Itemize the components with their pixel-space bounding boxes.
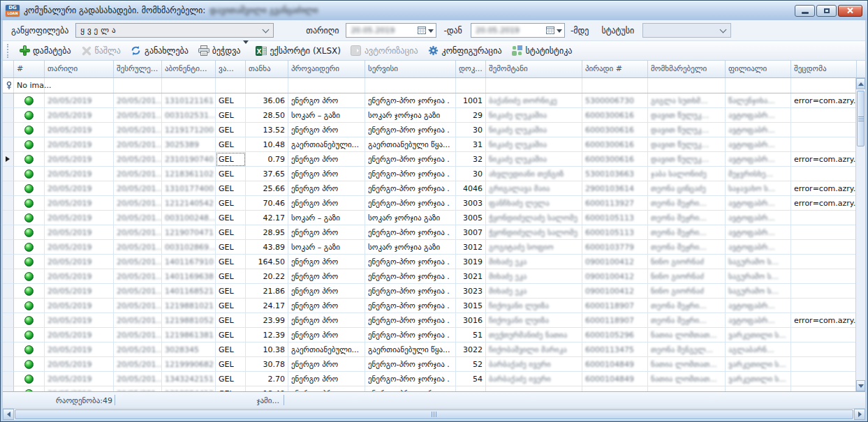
column-header-personal[interactable]: პირადი # <box>582 61 648 77</box>
cell-amount[interactable]: 30.78 <box>246 357 288 372</box>
cell-branch[interactable]: ვარკეთილი ს... <box>726 328 791 342</box>
export-xlsx-button[interactable]: X ექსპორტი (XLSX) <box>251 43 346 59</box>
cell-submitter[interactable]: მიხაძე ეკა <box>486 255 582 269</box>
cell-provider[interactable]: ენერგო პრო <box>288 181 365 196</box>
cell-doc[interactable]: 32 <box>456 152 486 167</box>
filter-cell-amount[interactable] <box>246 78 288 93</box>
configuration-button[interactable]: კონფიგურაცია <box>423 43 507 59</box>
cell-provider[interactable]: ენერგო პრო <box>288 284 365 299</box>
cell-account[interactable]: 1401167910 <box>162 255 216 269</box>
cell-status[interactable] <box>14 284 45 299</box>
table-row[interactable]: 20/05/201920/05/201...1218361102GEL37.65… <box>3 167 855 181</box>
cell-date[interactable]: 20/05/2019 <box>45 123 114 137</box>
cell-doc[interactable]: 31 <box>456 137 486 152</box>
cell-status[interactable] <box>14 93 45 108</box>
cell-doc[interactable]: 3016 <box>456 313 486 328</box>
cell-status[interactable] <box>14 137 45 152</box>
cell-error[interactable] <box>791 255 855 269</box>
cell-branch[interactable]: საგურამო ს... <box>726 255 791 269</box>
cell-submitter[interactable]: ჭყონდიძელაძე სალომე <box>486 211 582 225</box>
cell-status[interactable] <box>14 196 45 211</box>
cell-exec[interactable]: 20/05/201... <box>114 357 162 372</box>
cell-user[interactable]: ნათია ლომთათ... <box>648 372 726 386</box>
cell-provider[interactable]: ენერგო პრო <box>288 313 365 328</box>
cell-submitter[interactable]: ბაქანიძე თორნიკე <box>486 93 582 108</box>
cell-branch[interactable]: ავტოფაბრ... <box>726 313 791 328</box>
cell-currency[interactable]: GEL <box>216 123 246 137</box>
cell-account[interactable]: 3025389 <box>162 137 216 152</box>
cell-submitter[interactable]: მიხაძე ეკა <box>486 284 582 299</box>
cell-exec[interactable]: 20/05/201... <box>114 152 162 167</box>
cell-doc[interactable]: 3019 <box>456 255 486 269</box>
table-row[interactable]: 20/05/201920/05/201...1310177400GEL25.66… <box>3 181 855 196</box>
cell-date[interactable]: 20/05/2019 <box>45 108 114 123</box>
cell-date[interactable]: 20/05/2019 <box>45 211 114 225</box>
cell-doc[interactable]: 4046 <box>456 181 486 196</box>
cell-user[interactable]: ნათია ლომთათ... <box>648 357 726 372</box>
cell-submitter[interactable]: ბარბაქაძე ივერი <box>486 372 582 386</box>
cell-status[interactable] <box>14 108 45 123</box>
cell-error[interactable] <box>791 284 855 299</box>
cell-amount[interactable]: 28.95 <box>246 225 288 240</box>
cell-account[interactable]: 003102531... <box>162 108 216 123</box>
cell-exec[interactable]: 20/05/201... <box>114 181 162 196</box>
cell-service[interactable]: ენერგო-პრო ჯორჯია . <box>365 93 456 108</box>
cell-currency[interactable]: GEL <box>216 108 246 123</box>
column-header-amount[interactable]: თანხა <box>246 61 288 77</box>
cell-exec[interactable]: 20/05/201... <box>114 240 162 255</box>
cell-exec[interactable]: 20/05/201... <box>114 108 162 123</box>
cell-user[interactable]: დავით წულუკ... <box>648 108 726 123</box>
cell-status[interactable] <box>14 225 45 240</box>
cell-exec[interactable]: 20/05/201... <box>114 372 162 386</box>
cell-branch[interactable]: მეჯვრისხე... <box>726 167 791 181</box>
cell-status[interactable] <box>14 386 45 391</box>
cell-submitter[interactable]: ფანჩხაძე ლელა <box>486 196 582 211</box>
minimize-button[interactable] <box>795 5 815 17</box>
cell-submitter[interactable]: ჩიქობაშვილი მარიკა <box>486 342 582 357</box>
cell-status[interactable] <box>14 255 45 269</box>
cell-currency[interactable]: GEL <box>216 240 246 255</box>
cell-personal[interactable]: 6000113475 <box>582 342 648 357</box>
cell-doc[interactable]: 3005 <box>456 211 486 225</box>
cell-amount[interactable]: 2.70 <box>246 372 288 386</box>
cell-service[interactable]: ენერგო-პრო ჯორჯია . <box>365 123 456 137</box>
cell-personal[interactable]: 5300006730 <box>582 93 648 108</box>
cell-submitter[interactable]: ნიკაძე ლუკაშია <box>486 137 582 152</box>
cell-account[interactable]: 1219881021 <box>162 299 216 313</box>
cell-currency[interactable]: GEL <box>216 255 246 269</box>
table-row[interactable]: 20/05/201920/05/201...003102869...GEL43.… <box>3 240 855 255</box>
filter-cell-personal[interactable] <box>582 78 648 93</box>
cell-error[interactable] <box>791 328 855 342</box>
cell-error[interactable] <box>791 372 855 386</box>
cell-doc[interactable]: 29 <box>456 108 486 123</box>
column-header-doc[interactable]: დოკ... <box>456 61 486 77</box>
cell-branch[interactable]: ავტოფაბრ... <box>726 137 791 152</box>
scroll-left-button[interactable] <box>3 409 14 420</box>
table-row[interactable]: 20/05/201920/05/201...3025389GEL10.48გაე… <box>3 137 855 152</box>
cell-submitter[interactable]: ნიკაძე ლუკაშია <box>486 123 582 137</box>
column-header-submitter[interactable]: შემომტანი <box>486 61 582 77</box>
cell-date[interactable]: 20/05/2019 <box>45 181 114 196</box>
status-select[interactable] <box>642 23 731 38</box>
cell-date[interactable]: 20/05/2019 <box>45 386 114 391</box>
authorize-button[interactable]: ავტორიზაცია <box>346 43 423 59</box>
cell-date[interactable]: 20/05/2019 <box>45 269 114 284</box>
cell-error[interactable]: error=com.azry.e <box>791 196 855 211</box>
column-header-service[interactable]: სერვისი <box>365 61 456 77</box>
cell-user[interactable]: ნათია ლომთათ... <box>648 328 726 342</box>
cell-currency[interactable]: GEL <box>216 342 246 357</box>
table-row[interactable]: 20/05/201920/05/201...1401168521GEL21.86… <box>3 284 855 299</box>
cell-status[interactable] <box>14 328 45 342</box>
cell-personal[interactable]: 6000105296 <box>582 328 648 342</box>
cell-provider[interactable]: გაერთიანებული... <box>288 342 365 357</box>
add-button[interactable]: დამატება <box>14 43 76 59</box>
cell-doc[interactable]: 3023 <box>456 284 486 299</box>
cell-doc[interactable]: 3021 <box>456 269 486 284</box>
cell-account[interactable]: 003102869... <box>162 240 216 255</box>
cell-user[interactable]: თეონა შეჟრი... <box>648 211 726 225</box>
cell-currency[interactable]: GEL <box>216 225 246 240</box>
department-select[interactable]: ყველა <box>75 23 274 38</box>
cell-personal[interactable]: 6000300616 <box>582 152 648 167</box>
cell-provider[interactable]: ენერგო პრო <box>288 255 365 269</box>
cell-amount[interactable]: 0.79 <box>246 152 288 167</box>
